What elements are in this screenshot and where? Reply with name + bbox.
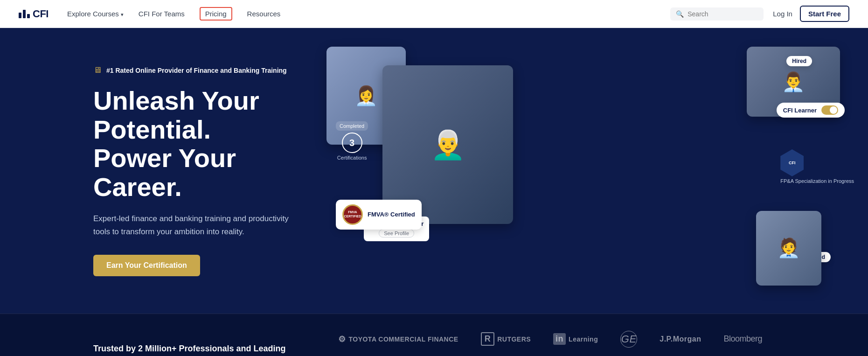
hero-section: 🖥 #1 Rated Online Provider of Finance an… — [0, 28, 868, 314]
monitor-icon: 🖥 — [93, 65, 102, 75]
fmva-badge-icon: FMVA CERTIFIED — [342, 204, 363, 225]
logo[interactable]: CFI — [19, 8, 49, 20]
hero-subtitle: Expert-led finance and banking training … — [93, 212, 299, 237]
login-button[interactable]: Log In — [773, 10, 792, 18]
hired-badge: Hired — [786, 56, 812, 66]
logo-bloomberg: Bloomberg — [723, 334, 762, 344]
cfi-learner-toggle-card: CFI Learner — [777, 103, 845, 118]
hero-title: Unleash Your Potential. Power Your Caree… — [93, 86, 299, 201]
main-nav: CFI Explore Courses CFI For Teams Pricin… — [0, 0, 868, 28]
nav-pricing[interactable]: Pricing — [200, 7, 232, 21]
certifications-label: Certifications — [337, 155, 367, 161]
person-photo-man-bottom: 🧑‍💼 — [756, 211, 821, 286]
search-icon: 🔍 — [676, 10, 684, 18]
fpa-label: FP&A Specialization in Progress — [780, 178, 854, 184]
logo-toyota: ⚙ TOYOTA COMMERCIAL FINANCE — [338, 334, 458, 344]
fmva-certified-badge: FMVA CERTIFIED FMVA® Certified — [336, 200, 422, 230]
search-bar[interactable]: 🔍 — [670, 7, 764, 21]
nav-links: Explore Courses CFI For Teams Pricing Re… — [67, 7, 670, 21]
learner-toggle[interactable] — [821, 105, 838, 115]
nav-cfi-for-teams[interactable]: CFI For Teams — [139, 10, 185, 18]
chevron-down-icon — [121, 10, 124, 18]
logo-ge: GE — [620, 331, 637, 348]
fmva-label: FMVA® Certified — [368, 211, 415, 218]
nav-auth-buttons: Log In Start Free — [773, 6, 849, 22]
linkedin-icon: in — [553, 333, 566, 345]
start-free-button[interactable]: Start Free — [800, 6, 849, 22]
hero-badge-text: #1 Rated Online Provider of Finance and … — [106, 67, 287, 74]
hero-photo-4: 🧑‍💼 — [756, 211, 821, 286]
hero-badge: 🖥 #1 Rated Online Provider of Finance an… — [93, 65, 299, 75]
hero-content: 🖥 #1 Rated Online Provider of Finance an… — [0, 28, 326, 314]
completed-count: 3 — [342, 133, 362, 153]
logo-text: CFI — [33, 8, 49, 20]
logo-icon — [19, 10, 30, 18]
logo-rutgers: R RUTGERS — [481, 332, 531, 346]
fpa-specialization-badge: CFI FP&A Specialization in Progress — [780, 149, 854, 184]
certifications-counter: Completed 3 Certifications — [336, 121, 368, 161]
trusted-title: Trusted by 2 Million+ Professionals and … — [93, 343, 310, 356]
trusted-logos: ⚙ TOYOTA COMMERCIAL FINANCE R RUTGERS in… — [338, 331, 775, 356]
see-profile-link[interactable]: See Profile — [379, 229, 414, 237]
toyota-icon: ⚙ — [338, 334, 346, 344]
logo-linkedin: in Learning — [553, 333, 598, 345]
search-input[interactable] — [687, 10, 758, 18]
completed-label: Completed — [336, 121, 368, 131]
trusted-section: Trusted by 2 Million+ Professionals and … — [0, 314, 868, 356]
logo-jpmorgan: J.P.Morgan — [660, 335, 701, 343]
nav-resources[interactable]: Resources — [247, 10, 281, 18]
cfi-learner-label: CFI Learner — [783, 107, 817, 114]
nav-explore-courses[interactable]: Explore Courses — [67, 10, 124, 18]
hero-visuals: 👩‍💼 👨‍💼 👨‍🦳 🧑‍💼 Hired Recently Promoted … — [326, 28, 868, 314]
rutgers-icon: R — [481, 332, 495, 346]
earn-certification-button[interactable]: Earn Your Certification — [93, 255, 200, 276]
fpa-shield-icon: CFI — [780, 149, 804, 176]
